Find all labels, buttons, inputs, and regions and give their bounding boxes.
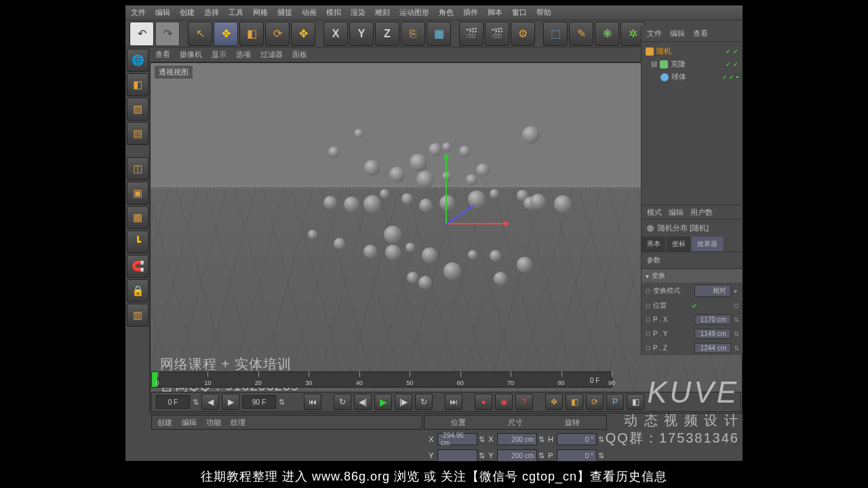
vp-options-menu[interactable]: 选项 <box>236 49 251 60</box>
undo-button[interactable]: ↶ <box>130 22 154 46</box>
sphere-object[interactable] <box>354 129 363 138</box>
sphere-object[interactable] <box>418 276 432 289</box>
step-back-button[interactable]: ◀| <box>354 394 372 410</box>
play-button[interactable]: ▶ <box>374 394 392 410</box>
end-frame-field[interactable]: 90 F <box>242 395 276 409</box>
next-range-button[interactable]: ▶ <box>222 394 239 410</box>
transform-section-header[interactable]: ▾ 变换 <box>642 269 743 283</box>
menu-render[interactable]: 渲染 <box>351 7 366 18</box>
menu-mograph[interactable]: 运动图形 <box>399 7 429 18</box>
tree-item-sphere[interactable]: 球体✓ ✓ • <box>646 70 738 83</box>
vp-panel-menu[interactable]: 面板 <box>292 49 307 60</box>
loop2-button[interactable]: ↻ <box>415 394 433 410</box>
om-file-menu[interactable]: 文件 <box>647 28 662 39</box>
axis-mode-button[interactable]: ┗ <box>127 230 149 253</box>
menu-script[interactable]: 脚本 <box>488 7 502 18</box>
add-generator-button[interactable]: ❋ <box>595 22 619 46</box>
vp-display-menu[interactable]: 显示 <box>212 49 226 60</box>
menu-sculpt[interactable]: 雕刻 <box>375 7 390 18</box>
sphere-object[interactable] <box>364 160 380 176</box>
move-gizmo[interactable] <box>446 224 447 224</box>
menu-sim[interactable]: 模拟 <box>326 7 341 18</box>
sphere-object[interactable] <box>323 196 337 209</box>
sphere-object[interactable] <box>443 262 461 280</box>
sphere-object[interactable] <box>490 189 499 199</box>
pz-input[interactable]: 1244 cm <box>694 343 731 353</box>
menu-anim[interactable]: 动画 <box>302 7 317 18</box>
tree-item-cloner[interactable]: ⊟ 克隆✓ ✓ <box>646 58 738 70</box>
key-rot-button[interactable]: ⟳ <box>586 394 604 410</box>
px-input[interactable]: 1170 cm <box>694 314 731 325</box>
layers-button[interactable]: ▥ <box>127 304 149 327</box>
am-mode-menu[interactable]: 模式 <box>647 207 662 218</box>
menu-plugin[interactable]: 插件 <box>463 7 478 18</box>
x-lock-button[interactable]: X <box>323 22 348 46</box>
vp-cameras-menu[interactable]: 摄像机 <box>180 49 202 60</box>
redo-button[interactable]: ↷ <box>155 22 180 46</box>
sphere-object[interactable] <box>419 199 433 212</box>
y-lock-button[interactable]: Y <box>349 22 374 46</box>
select-tool-button[interactable]: ↖ <box>188 22 212 46</box>
loop-button[interactable]: ↻ <box>334 394 351 410</box>
sphere-object[interactable] <box>334 238 345 249</box>
tab-effector[interactable]: 效果器 <box>692 237 724 251</box>
step-fwd-button[interactable]: |▶ <box>395 394 412 410</box>
texture-mode-button[interactable]: ▨ <box>127 98 149 121</box>
magnet-button[interactable]: 🧲 <box>127 255 149 278</box>
model-mode-button[interactable]: ◧ <box>127 73 149 96</box>
sphere-object[interactable] <box>407 272 418 283</box>
menu-window[interactable]: 窗口 <box>512 7 527 18</box>
py-input[interactable]: 1149 cm <box>694 329 731 339</box>
sphere-object[interactable] <box>401 193 413 205</box>
sphere-object[interactable] <box>476 163 490 177</box>
am-userdata-menu[interactable]: 用户数 <box>690 207 713 218</box>
add-cube-button[interactable]: ⬚ <box>543 22 568 46</box>
z-lock-button[interactable]: Z <box>375 22 399 46</box>
sphere-object[interactable] <box>389 167 405 182</box>
timeline-ruler[interactable]: 0102030405060708090 <box>151 371 612 388</box>
transform-mode-select[interactable]: 相对 <box>694 285 731 297</box>
coord-x-pos[interactable]: -294.96 cm <box>437 433 477 445</box>
point-mode-button[interactable]: ◫ <box>127 157 149 180</box>
tree-item-random[interactable]: 随机✓ ✓ <box>646 45 738 58</box>
sphere-object[interactable] <box>466 174 477 186</box>
sphere-object[interactable] <box>442 171 452 181</box>
sphere-object[interactable] <box>468 250 477 260</box>
coord-system-button[interactable]: ⎘ <box>401 22 425 46</box>
render-button[interactable]: 🎬 <box>459 22 484 46</box>
gizmo-y-axis[interactable] <box>446 156 447 224</box>
sphere-object[interactable] <box>429 143 442 157</box>
tab-basic[interactable]: 基本 <box>642 237 667 251</box>
sphere-object[interactable] <box>344 197 359 212</box>
position-checkbox[interactable]: ✔ <box>692 302 697 310</box>
workplane-button[interactable]: ▤ <box>127 122 149 145</box>
vp-view-menu[interactable]: 查看 <box>155 49 170 60</box>
rotate-tool-button[interactable]: ⟳ <box>265 22 290 46</box>
mat-tex-menu[interactable]: 纹理 <box>231 418 245 428</box>
render-region-button[interactable]: 🎬 <box>485 22 509 46</box>
menu-help[interactable]: 帮助 <box>536 7 551 18</box>
key-pos-button[interactable]: ✥ <box>545 394 563 410</box>
record-button[interactable]: ● <box>475 394 492 410</box>
sphere-object[interactable] <box>494 272 507 285</box>
prev-range-button[interactable]: ◀ <box>201 394 219 410</box>
coord-y-size[interactable]: 200 cm <box>497 449 537 462</box>
autokey-button[interactable]: ◉ <box>495 394 513 410</box>
current-frame-field[interactable]: 0 F <box>156 395 190 409</box>
coord-x-rot[interactable]: 0 ° <box>557 433 597 445</box>
mat-edit-menu[interactable]: 编辑 <box>182 418 197 428</box>
gizmo-x-axis[interactable] <box>446 223 507 224</box>
keyhelp-button[interactable]: ? <box>515 394 533 410</box>
coord-x-size[interactable]: 200 cm <box>497 433 537 445</box>
key-scale-button[interactable]: ◧ <box>566 394 583 410</box>
menu-edit[interactable]: 编辑 <box>155 7 170 18</box>
menu-create[interactable]: 创建 <box>180 7 195 18</box>
mat-create-menu[interactable]: 创建 <box>157 418 172 428</box>
sphere-object[interactable] <box>459 146 471 157</box>
lock-button[interactable]: 🔒 <box>127 279 149 302</box>
sphere-object[interactable] <box>308 230 317 239</box>
world-icon[interactable]: 🌐 <box>127 49 149 72</box>
render-view-button[interactable]: ▦ <box>427 22 451 46</box>
coord-y-pos[interactable] <box>437 449 477 462</box>
sphere-object[interactable] <box>439 195 455 211</box>
